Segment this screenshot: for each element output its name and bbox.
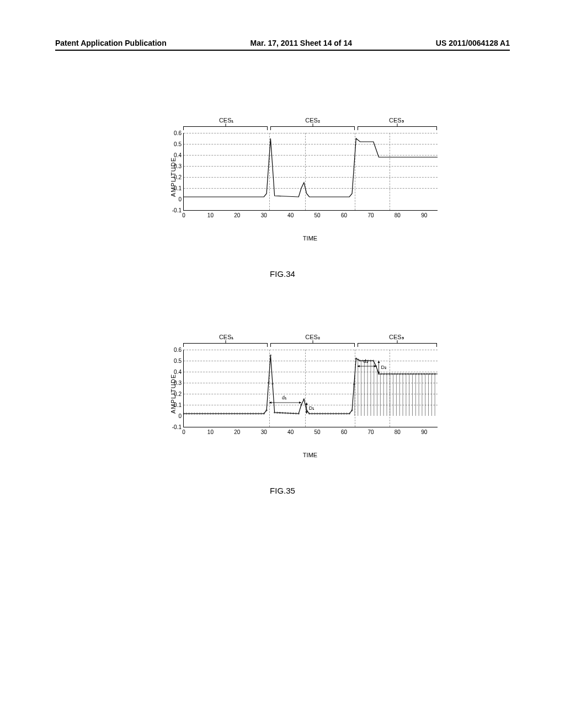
header-right: US 2011/0064128 A1 <box>436 39 510 47</box>
region-ces1-b: CES₁ <box>183 334 269 341</box>
fig35-plot-area: -0.100.10.20.30.40.50.601020304050607080… <box>183 350 438 427</box>
fig34-chart: AMPLITUDE -0.100.10.20.30.40.50.60102030… <box>161 133 437 221</box>
header-left: Patent Application Publication <box>55 39 167 47</box>
region-ces3: CES₃ <box>356 117 437 124</box>
fig34-regions: CES₁ CES₂ CES₃ <box>183 117 437 124</box>
fig35-chart: AMPLITUDE -0.100.10.20.30.40.50.60102030… <box>161 350 437 438</box>
fig35-brackets <box>183 343 437 349</box>
fig35-regions: CES₁ CES₂ CES₃ <box>183 334 437 341</box>
fig34-container: CES₁ CES₂ CES₃ AMPLITUDE -0.100.10.20.30… <box>128 117 437 242</box>
header-center: Mar. 17, 2011 Sheet 14 of 14 <box>250 39 352 47</box>
fig35-container: CES₁ CES₂ CES₃ AMPLITUDE -0.100.10.20.30… <box>128 334 437 458</box>
fig35-caption: FIG.35 <box>55 486 510 495</box>
region-ces3-b: CES₃ <box>356 334 437 341</box>
fig34-xlabel: TIME <box>183 235 437 242</box>
region-ces1: CES₁ <box>183 117 269 124</box>
fig34-brackets <box>183 126 437 132</box>
patent-page: Patent Application Publication Mar. 17, … <box>0 0 565 728</box>
fig34-caption: FIG.34 <box>55 269 510 279</box>
fig35-xlabel: TIME <box>183 452 437 458</box>
page-header: Patent Application Publication Mar. 17, … <box>55 39 510 51</box>
fig34-plot-area: -0.100.10.20.30.40.50.601020304050607080… <box>183 133 438 211</box>
